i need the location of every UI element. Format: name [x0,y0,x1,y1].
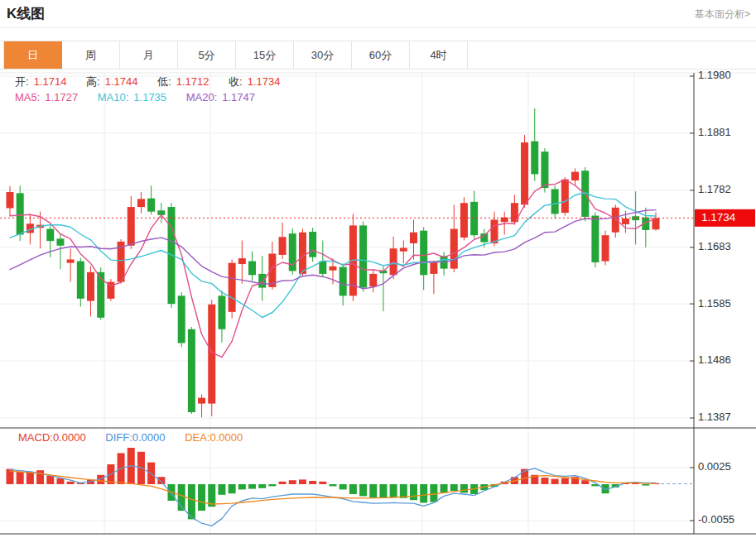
tab-row: 日周月5分15分30分60分4时 [3,41,468,69]
candle-42 [430,262,437,274]
candle-41 [420,231,427,276]
macd-bar-63 [642,484,649,486]
macd-bar-27 [279,482,287,484]
header-divider [0,27,756,28]
macd-bar-29 [299,479,306,484]
candle-52 [531,142,538,175]
ma10-value: 1.1735 [133,91,166,103]
ma5-value: 1.1727 [45,91,78,103]
candle-44 [450,229,458,269]
candle-13 [137,199,145,207]
macd-legend: MACD:0.0000 DIFF:0.0000 DEA:0.0000 [18,431,248,444]
macd-bar-42 [430,484,437,502]
svg-text:1.1980: 1.1980 [698,71,731,81]
close-value: 1.1734 [248,75,281,88]
ma10-line [10,193,656,318]
candle-39 [400,248,407,252]
candle-5 [56,238,64,245]
dea-value: 0.0000 [210,431,243,444]
candle-24 [248,262,256,276]
macd-bar-45 [460,484,468,492]
macd-bar-1 [17,472,24,484]
dea-label: DEA: [185,431,209,444]
macd-bar-22 [229,484,236,493]
candle-30 [309,232,316,257]
low-label: 低: [157,75,171,88]
svg-text:0.0025: 0.0025 [698,460,731,473]
svg-text:1.1387: 1.1387 [698,411,731,423]
macd-bar-24 [248,484,256,489]
candle-36 [369,274,377,286]
candle-60 [612,208,619,233]
page-title: K线图 [7,4,45,23]
low-value: 1.1712 [176,75,209,88]
kline-macd-chart: 1.19801.18811.17821.16831.15851.14861.13… [0,71,756,538]
macd-bar-19 [198,484,205,511]
tab-5分[interactable]: 5分 [178,41,236,69]
macd-bar-33 [339,484,347,489]
diff-label: DIFF: [105,431,132,444]
candle-1 [17,193,24,234]
macd-bar-34 [349,484,357,494]
macd-bar-53 [541,478,548,484]
candle-33 [339,267,347,296]
ma-legend: MA5:1.1727 MA10:1.1735 MA20:1.1747 [15,91,260,103]
candle-27 [279,237,287,255]
macd-bar-55 [561,478,569,484]
candle-7 [77,262,84,299]
tab-4时[interactable]: 4时 [410,41,468,69]
candle-59 [602,235,609,261]
macd-bar-21 [218,484,225,495]
candle-25 [258,274,266,288]
macd-bar-41 [420,484,427,502]
ma20-value: 1.1747 [222,91,255,103]
svg-text:-0.0055: -0.0055 [698,513,734,526]
ma20-label: MA20: [186,91,218,103]
macd-bar-36 [369,484,377,497]
svg-text:1.1782: 1.1782 [698,183,731,195]
macd-bar-15 [157,477,165,484]
candle-51 [521,142,528,204]
candle-58 [591,216,599,262]
macd-bar-30 [309,481,316,484]
fundamental-analysis-link[interactable]: 基本面分析> [695,7,750,22]
macd-bar-31 [319,482,326,484]
candle-12 [128,207,135,246]
open-value: 1.1714 [34,75,67,88]
macd-bar-23 [238,484,246,489]
macd-bar-2 [26,472,34,484]
macd-bar-5 [56,478,64,484]
tab-月[interactable]: 月 [120,41,178,69]
candle-29 [299,233,306,274]
tab-row-background: 日周月5分15分30分60分4时 [0,41,756,70]
tab-周[interactable]: 周 [62,41,120,69]
svg-text:1.1881: 1.1881 [698,126,731,138]
candle-19 [198,398,205,404]
high-label: 高: [86,75,100,88]
svg-text:1.1585: 1.1585 [698,297,731,310]
macd-bar-44 [450,484,458,491]
macd-bar-40 [410,484,417,500]
tab-15分[interactable]: 15分 [236,41,294,69]
macd-bar-6 [67,482,75,484]
candle-32 [330,267,337,271]
macd-bar-26 [268,484,276,486]
tab-日[interactable]: 日 [4,41,62,69]
candle-45 [460,203,468,238]
candle-54 [551,190,559,214]
candle-23 [238,258,246,264]
ma10-label: MA10: [98,91,129,103]
tab-60分[interactable]: 60分 [352,41,410,69]
candle-61 [622,219,629,224]
diff-value: 0.0000 [132,431,166,444]
macd-bar-38 [390,484,397,497]
candle-6 [67,259,75,262]
candle-0 [7,192,14,209]
macd-bar-43 [441,484,448,492]
macd-bar-32 [330,484,337,486]
candle-17 [178,295,185,343]
macd-bar-54 [551,479,559,484]
tab-30分[interactable]: 30分 [294,41,352,69]
kline-page: { "header": { "title": "K线图", "link": "基… [0,0,756,538]
macd-bar-39 [400,484,407,498]
